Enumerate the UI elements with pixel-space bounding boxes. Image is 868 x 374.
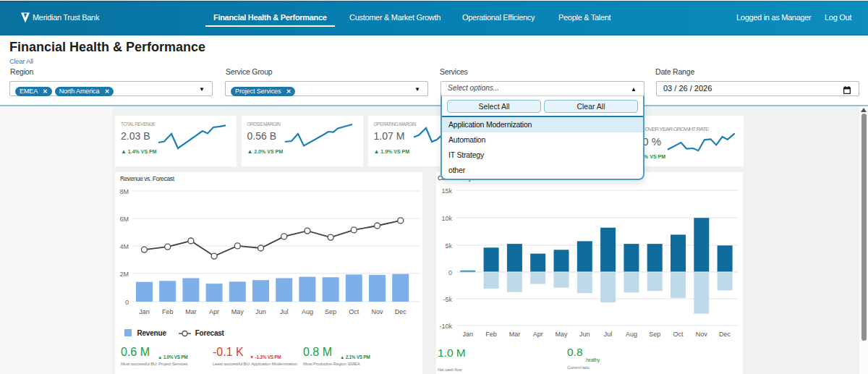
svg-text:Nov: Nov xyxy=(371,308,383,315)
svg-text:Jun: Jun xyxy=(255,308,266,315)
svg-text:15k: 15k xyxy=(441,187,452,195)
svg-text:5k: 5k xyxy=(445,242,452,250)
svg-text:Jan: Jan xyxy=(139,308,150,315)
svg-text:Nov: Nov xyxy=(696,331,708,338)
svg-text:Dec: Dec xyxy=(719,331,731,338)
svg-text:Aug: Aug xyxy=(626,331,637,338)
svg-text:6M: 6M xyxy=(119,216,129,223)
svg-text:8M: 8M xyxy=(119,188,129,195)
svg-text:Dec: Dec xyxy=(395,308,407,315)
svg-text:Jul: Jul xyxy=(280,308,289,315)
svg-text:May: May xyxy=(231,308,244,315)
svg-text:2M: 2M xyxy=(119,271,129,278)
svg-text:Apr: Apr xyxy=(533,331,543,338)
svg-text:Mar: Mar xyxy=(185,308,197,315)
svg-text:4M: 4M xyxy=(119,243,129,250)
svg-text:-5k: -5k xyxy=(443,296,452,303)
svg-text:Jan: Jan xyxy=(463,331,474,338)
svg-text:Oct: Oct xyxy=(673,331,684,338)
svg-text:Oct: Oct xyxy=(349,308,359,315)
svg-text:0: 0 xyxy=(448,269,452,276)
svg-text:Sep: Sep xyxy=(325,308,336,315)
svg-text:Mar: Mar xyxy=(509,331,521,338)
svg-text:Feb: Feb xyxy=(162,308,174,315)
svg-text:May: May xyxy=(555,331,568,338)
svg-text:Jul: Jul xyxy=(604,331,613,338)
svg-text:Jun: Jun xyxy=(579,331,590,338)
svg-text:Aug: Aug xyxy=(302,308,313,315)
svg-text:Apr: Apr xyxy=(209,308,219,315)
svg-text:0: 0 xyxy=(125,299,129,306)
svg-text:Feb: Feb xyxy=(485,331,497,338)
svg-text:Sep: Sep xyxy=(649,331,660,338)
svg-text:10k: 10k xyxy=(441,215,452,222)
svg-text:-10k: -10k xyxy=(439,323,452,330)
